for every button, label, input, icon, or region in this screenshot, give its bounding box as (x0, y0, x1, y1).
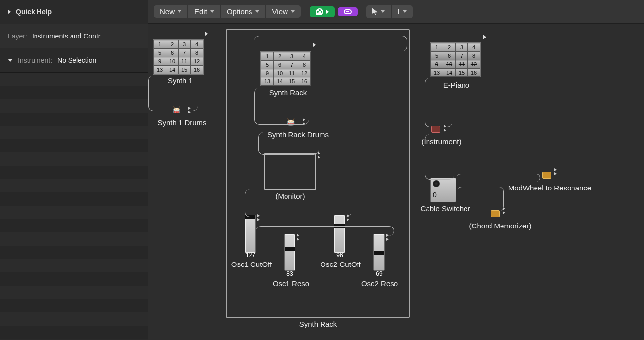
object-synth-rack[interactable]: 12345678910111213141516 (260, 51, 311, 86)
play-icon (483, 35, 486, 39)
object-io (554, 168, 558, 175)
tool-text[interactable]: I (392, 5, 413, 18)
fader-osc1-cutoff-value: 127 (244, 252, 257, 259)
toolbar: New Edit Options View I (148, 0, 644, 24)
layer-value: Instruments and Contr… (32, 32, 107, 40)
fader-osc2-cutoff[interactable] (334, 215, 345, 253)
environment-canvas[interactable]: Synth Rack 12345678910111213141516 Synth… (148, 24, 644, 340)
socket-icon (433, 180, 440, 187)
menu-edit[interactable]: Edit (188, 5, 220, 18)
fader-osc1-cutoff-label: Osc1 CutOff (227, 260, 276, 268)
chevron-down-icon (210, 10, 214, 13)
sidebar-empty-list (0, 73, 148, 340)
chord-memorizer-label: (Chord Memorizer) (460, 222, 541, 230)
object-epiano[interactable]: 12345678910111213141516 (430, 42, 481, 77)
object-io (257, 214, 261, 221)
instrument-label: Instrument: (18, 56, 52, 64)
instrument-label-node: (Instrument) (414, 137, 468, 146)
menu-options[interactable]: Options (221, 5, 265, 18)
drums-icon: 🥁 (287, 118, 295, 126)
menu-new[interactable]: New (154, 5, 187, 18)
object-io (503, 207, 507, 214)
object-io (444, 125, 448, 132)
fader-osc1-cutoff[interactable] (245, 215, 256, 253)
synth1-drums-label: Synth 1 Drums (150, 118, 214, 127)
fader-osc1-reso[interactable] (284, 234, 295, 271)
synth1-label: Synth 1 (157, 76, 204, 85)
modwheel-label: ModWheel to Resonance (498, 184, 602, 192)
fader-osc2-cutoff-label: Osc2 CutOff (315, 260, 366, 268)
chevron-right-icon (8, 9, 11, 14)
fader-osc1-reso-label: Osc1 Reso (266, 279, 316, 288)
instrument-value: No Selection (57, 56, 96, 64)
instrument-row[interactable]: Instrument: No Selection (0, 48, 148, 73)
fader-osc1-reso-value: 83 (283, 270, 297, 277)
object-io (318, 152, 322, 159)
object-io (347, 214, 351, 221)
object-monitor[interactable] (264, 153, 316, 190)
object-io (386, 234, 390, 241)
synth-rack-drums-label: Synth Rack Drums (257, 130, 339, 139)
play-icon (205, 31, 208, 36)
tool-pointer[interactable] (366, 5, 391, 18)
pointer-icon (372, 8, 378, 15)
chevron-down-icon (381, 10, 385, 13)
object-io (188, 107, 192, 113)
chevron-right-icon (326, 10, 329, 14)
fader-osc2-cutoff-value: 96 (333, 252, 347, 259)
quick-help-title: Quick Help (16, 8, 52, 16)
palette-icon (316, 8, 323, 15)
link-icon (344, 9, 352, 14)
object-instrument[interactable] (431, 126, 440, 133)
synth-rack-label: Synth Rack (263, 88, 313, 97)
chevron-down-icon (255, 10, 259, 13)
object-synth1[interactable]: 12345678910111213141516 (153, 39, 204, 75)
menu-view[interactable]: View (266, 5, 301, 18)
chevron-down-icon (403, 10, 407, 13)
object-modwheel[interactable] (542, 172, 551, 179)
play-icon (313, 42, 316, 47)
drums-icon: 🥁 (173, 106, 180, 113)
monitor-label: (Monitor) (264, 192, 316, 200)
quick-help-header[interactable]: Quick Help (0, 0, 148, 24)
object-io (303, 118, 307, 125)
fader-osc2-reso-label: Osc2 Reso (355, 279, 404, 288)
object-cable-switcher[interactable]: 0 (430, 178, 456, 202)
text-cursor-icon: I (397, 7, 400, 16)
chevron-down-icon (178, 10, 181, 13)
object-io (297, 234, 301, 241)
fader-osc2-reso-value: 69 (372, 270, 386, 277)
link-button[interactable] (338, 7, 358, 16)
fader-osc2-reso[interactable] (373, 234, 385, 271)
chevron-down-icon (291, 10, 295, 13)
cable-switcher-value: 0 (433, 191, 437, 199)
cable-switcher-label: Cable Switcher (413, 204, 477, 213)
layer-row[interactable]: Layer: Instruments and Contr… (0, 24, 148, 48)
color-palette-button[interactable] (310, 6, 335, 17)
epiano-label: E-Piano (433, 81, 480, 89)
group-label: Synth Rack (281, 320, 355, 328)
layer-label: Layer: (8, 32, 27, 40)
object-chord-memorizer[interactable] (491, 210, 500, 217)
sidebar: Quick Help Layer: Instruments and Contr…… (0, 0, 148, 340)
chevron-down-icon (8, 59, 13, 62)
